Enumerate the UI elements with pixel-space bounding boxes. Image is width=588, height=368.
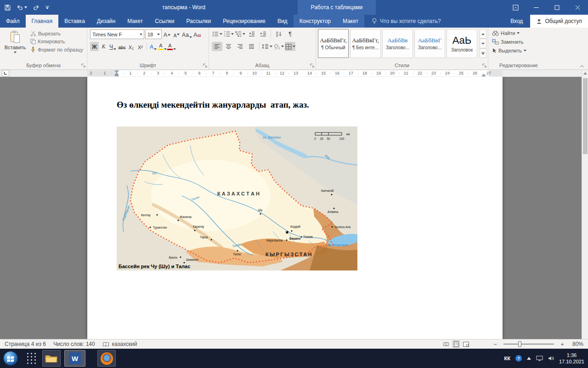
show-marks-button[interactable]: ¶	[285, 29, 295, 39]
zoom-slider-thumb[interactable]	[518, 341, 521, 347]
find-button[interactable]: Найти	[492, 30, 526, 36]
select-button[interactable]: Выделить	[492, 48, 526, 53]
show-hidden-icons-button[interactable]	[527, 357, 531, 360]
clipboard-dialog-launcher[interactable]	[81, 63, 85, 68]
start-button[interactable]	[3, 351, 18, 366]
borders-button[interactable]	[285, 42, 295, 51]
tell-me-box[interactable]: Что вы хотите сделать?	[372, 15, 441, 28]
grow-font-button[interactable]: А	[163, 30, 171, 39]
volume-tray-icon[interactable]	[548, 356, 554, 361]
styles-more-button[interactable]	[480, 48, 486, 58]
scrollbar-thumb[interactable]	[583, 78, 588, 154]
styles-dialog-launcher[interactable]	[482, 63, 486, 68]
font-dialog-launcher[interactable]	[203, 63, 207, 68]
align-left-button[interactable]	[212, 42, 222, 51]
document-page[interactable]: Өз өлкеңді мекендейтін жануарларды атап,…	[87, 77, 503, 339]
zoom-slider[interactable]	[503, 344, 554, 345]
tab-Конструктор[interactable]: Конструктор	[294, 15, 337, 28]
sort-button[interactable]	[273, 29, 284, 39]
shading-button[interactable]	[273, 42, 284, 51]
style-Заголово...[interactable]: АаБбВвГЗаголово...	[414, 29, 445, 58]
collapse-ribbon-button[interactable]	[580, 65, 584, 68]
tab-Вставка[interactable]: Вставка	[58, 15, 91, 28]
zoom-level[interactable]: 80%	[569, 341, 583, 347]
styles-scroll-up-button[interactable]	[480, 29, 486, 39]
tab-Рассылки[interactable]: Рассылки	[180, 15, 217, 28]
cut-button[interactable]: Вырезать	[30, 31, 83, 36]
minimize-button[interactable]	[526, 0, 547, 15]
zoom-out-button[interactable]: −	[492, 341, 498, 347]
font-color-button[interactable]: А	[167, 42, 176, 51]
left-indent-marker[interactable]	[115, 75, 119, 76]
keyboard-language-indicator[interactable]: КК	[504, 356, 510, 361]
style-Обычный[interactable]: АаБбВвГг,¶ Обычный	[318, 29, 349, 58]
align-center-button[interactable]	[223, 42, 234, 51]
map-image[interactable]: оз. БалхашИлиШуТаласТаласСырдарияоз. Исс…	[117, 126, 357, 270]
tab-Вид[interactable]: Вид	[271, 15, 294, 28]
tab-Ссылки[interactable]: Ссылки	[149, 15, 180, 28]
shrink-font-button[interactable]: А	[172, 30, 181, 39]
tab-Макет[interactable]: Макет	[121, 15, 149, 28]
sign-in-button[interactable]: Вход	[510, 18, 523, 24]
file-explorer-button[interactable]	[42, 350, 61, 367]
save-button[interactable]	[5, 5, 11, 11]
touch-grid-button[interactable]	[24, 350, 40, 367]
ribbon-display-options-button[interactable]	[505, 0, 526, 15]
bold-button[interactable]: Ж	[90, 42, 99, 51]
text-effects-button[interactable]: А	[149, 42, 158, 51]
highlight-color-button[interactable]: А	[158, 42, 167, 51]
vertical-scrollbar[interactable]	[582, 70, 588, 339]
font-size-combo[interactable]: 18	[145, 29, 162, 39]
change-case-button[interactable]: Аа	[182, 30, 192, 39]
strikethrough-button[interactable]: abc	[118, 42, 126, 51]
read-mode-button[interactable]	[442, 341, 450, 347]
display-tray-icon[interactable]	[536, 356, 543, 361]
tab-Файл[interactable]: Файл	[0, 15, 26, 28]
copy-button[interactable]: Копировать	[30, 39, 83, 44]
superscript-button[interactable]: Х²	[136, 42, 145, 51]
help-icon[interactable]: ?	[515, 355, 522, 362]
tab-Главная[interactable]: Главная	[26, 15, 59, 28]
paste-button[interactable]: Вставить	[3, 29, 28, 60]
italic-button[interactable]: К	[99, 42, 108, 51]
multilevel-list-button[interactable]	[235, 29, 245, 39]
decrease-indent-button[interactable]	[246, 29, 257, 39]
clear-formatting-button[interactable]: А	[193, 30, 202, 39]
align-right-button[interactable]	[235, 42, 245, 51]
replace-button[interactable]: Заменить	[492, 39, 526, 45]
tab-Макет[interactable]: Макет	[337, 15, 364, 28]
bullets-button[interactable]	[212, 29, 222, 39]
paste-dropdown-icon[interactable]	[14, 52, 17, 53]
title-bar[interactable]: тапсырма - Word Работа с таблицами	[0, 0, 588, 15]
tab-Дизайн[interactable]: Дизайн	[91, 15, 121, 28]
scroll-up-button[interactable]	[582, 70, 588, 77]
numbering-button[interactable]	[223, 29, 234, 39]
style-Без инте...[interactable]: АаБбВвГг,¶ Без инте...	[350, 29, 381, 58]
language-indicator[interactable]: казахский	[102, 341, 137, 347]
maximize-button[interactable]	[547, 0, 567, 15]
clock[interactable]: 1:36 17.10.2021	[559, 352, 584, 365]
paragraph-dialog-launcher[interactable]	[310, 63, 314, 68]
redo-button[interactable]	[33, 5, 40, 10]
tab-stop-selector[interactable]	[2, 70, 9, 76]
close-button[interactable]	[567, 0, 588, 15]
print-layout-button[interactable]	[453, 341, 459, 347]
customize-quick-access-button[interactable]	[45, 6, 49, 9]
zoom-in-button[interactable]: +	[560, 341, 565, 347]
tab-Рецензирование[interactable]: Рецензирование	[217, 15, 271, 28]
format-painter-button[interactable]: Формат по образцу	[30, 46, 83, 52]
page-indicator[interactable]: Страница 4 из 6	[5, 341, 46, 347]
ruler-strip[interactable]: 21··1·2·3·4·5·6·7·8·9·10·11·12·13·14·15·…	[87, 70, 503, 76]
undo-button[interactable]	[17, 5, 27, 10]
subscript-button[interactable]: Х₂	[127, 42, 136, 51]
web-layout-button[interactable]	[463, 341, 469, 347]
word-taskbar-button[interactable]: W	[64, 350, 85, 367]
style-Заголово...[interactable]: АаБбВвЗаголово...	[382, 29, 413, 58]
document-area[interactable]: Өз өлкеңді мекендейтін жануарларды атап,…	[0, 77, 588, 339]
undo-dropdown-icon[interactable]	[24, 6, 27, 8]
justify-button[interactable]	[246, 42, 257, 51]
increase-indent-button[interactable]	[258, 29, 268, 39]
firefox-taskbar-button[interactable]	[97, 350, 116, 367]
font-name-combo[interactable]: Times New F	[90, 29, 144, 39]
style-Заголовок[interactable]: АаЬЗаголовок	[447, 29, 477, 58]
